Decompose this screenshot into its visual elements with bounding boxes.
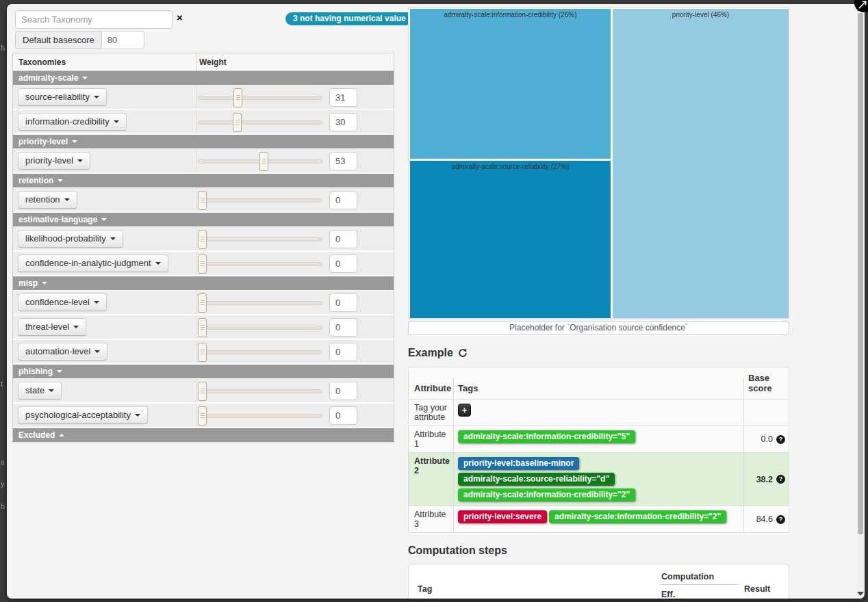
state-weight-slider[interactable] [198,389,322,393]
slider-thumb[interactable] [233,88,242,107]
slider-thumb[interactable] [259,152,268,171]
caret-down-icon [135,414,140,417]
tag-admiralty-scale-information-credibility-2-[interactable]: admiralty-scale:information-credibility=… [458,488,635,501]
treemap-block-admiralty-scale:information-credibility[interactable]: admiralty-scale:information-credibility … [410,9,611,159]
add-tag-button[interactable]: + [458,404,471,417]
dropdown-label: priority-level [25,155,73,166]
information-credibility-weight-input[interactable] [329,113,357,131]
slider-thumb[interactable] [198,254,207,274]
automation-level-weight-input[interactable] [329,343,357,361]
group-header-admiralty-scale[interactable]: admiralty-scale [13,71,394,86]
refresh-icon[interactable] [458,348,468,358]
tag-priority-level-baseline-minor[interactable]: priority-level:baseline-minor [458,457,579,470]
caret-down-icon [94,301,99,304]
group-header-Excluded[interactable]: Excluded [13,428,394,443]
information-credibility-dropdown-button[interactable]: information-credibility [18,113,127,131]
source-reliability-dropdown-button[interactable]: source-reliability [18,88,107,106]
base-score-value: 38.2 [756,475,773,484]
confidence-level-weight-input[interactable] [329,293,357,312]
source-reliability-weight-slider[interactable] [198,96,322,100]
question-circle-icon[interactable]: ? [776,435,785,444]
tag-admiralty-scale-source-reliability-d-[interactable]: admiralty-scale:source-reliability="d" [458,473,615,486]
example-score-cell: 84.6? [744,506,789,532]
slider-thumb[interactable] [198,382,207,401]
psychological-acceptability-dropdown-button[interactable]: psychological-acceptability [18,406,148,424]
slider-thumb[interactable] [198,343,207,362]
slider-thumb[interactable] [198,318,207,337]
example-attribute-label: Attribute 3 [409,506,454,532]
source-reliability-weight-input[interactable] [329,88,357,107]
slider-thumb[interactable] [198,230,207,249]
retention-weight-slider[interactable] [198,198,322,202]
automation-level-weight-slider[interactable] [198,350,322,354]
automation-level-dropdown-button[interactable]: automation-level [18,343,107,361]
tag-admiralty-scale-information-credibility-5-[interactable]: admiralty-scale:information-credibility=… [458,430,635,443]
confidence-in-analytic-judgment-dropdown-button[interactable]: confidence-in-analytic-judgment [18,254,168,272]
taxonomy-row: confidence-in-analytic-judgment [13,252,394,276]
slider-thumb[interactable] [233,113,242,132]
likelihood-probability-weight-slider[interactable] [198,237,322,241]
retention-dropdown-button[interactable]: retention [18,191,77,209]
example-row: Tag your attribute+ [409,400,789,426]
decaying-tool-modal: × 3 not having numerical value Default b… [7,4,865,599]
search-taxonomy-input[interactable] [15,10,173,29]
likelihood-probability-weight-input[interactable] [329,230,357,248]
treemap-block-priority-level[interactable]: priority-level (46%) [613,9,789,318]
threat-level-dropdown-button[interactable]: threat-level [18,318,86,336]
likelihood-probability-dropdown-button[interactable]: likelihood-probability [18,230,123,248]
group-header-phishing[interactable]: phishing [13,365,394,379]
priority-level-weight-input[interactable] [329,152,357,170]
weight-treemap-chart: admiralty-scale:information-credibility … [408,7,789,319]
caret-down-icon [77,159,83,162]
psychological-acceptability-weight-slider[interactable] [198,414,322,418]
group-label: priority-level [18,137,68,146]
scrollbar-down-arrow-icon[interactable] [857,592,864,596]
treemap-block-label: priority-level (46%) [613,11,789,18]
priority-level-dropdown-button[interactable]: priority-level [18,152,90,170]
dropdown-label: threat-level [25,322,69,332]
modal-scrollbar[interactable] [857,4,864,599]
example-score-cell: 0.0? [744,426,789,452]
threat-level-weight-slider[interactable] [198,326,322,330]
state-dropdown-button[interactable]: state [18,382,62,400]
group-header-misp[interactable]: misp [13,276,394,291]
caret-down-icon [101,218,107,221]
dropdown-label: retention [25,194,60,205]
group-label: retention [18,176,53,185]
group-header-priority-level[interactable]: priority-level [13,135,394,149]
slider-thumb[interactable] [198,293,207,313]
tag-admiralty-scale-information-credibility-2-[interactable]: admiralty-scale:information-credibility=… [549,510,726,523]
group-label: Excluded [18,430,55,440]
psychological-acceptability-weight-input[interactable] [329,406,357,425]
confidence-in-analytic-judgment-weight-input[interactable] [329,254,357,273]
treemap-block-admiralty-scale:source-reliability[interactable]: admiralty-scale:source-reliability (27%) [410,161,611,318]
example-row: Attribute 2priority-level:baseline-minor… [409,453,789,506]
caret-down-icon [64,198,70,201]
group-label: misp [18,278,38,288]
taxonomy-row: information-credibility [13,110,394,135]
base-score-value: 0.0 [761,434,773,444]
dropdown-label: state [25,385,44,395]
slider-thumb[interactable] [198,191,207,210]
retention-weight-input[interactable] [329,191,357,209]
org-source-confidence-placeholder: Placeholder for `Organisation source con… [408,321,789,335]
example-table: Attribute Tags Base score Tag your attri… [408,367,789,533]
default-basescore-group: Default basescore [15,31,144,49]
score-panel: admiralty-scale:information-credibility … [408,7,789,599]
threat-level-weight-input[interactable] [329,318,357,337]
confidence-level-weight-slider[interactable] [198,301,322,305]
dropdown-label: confidence-in-analytic-judgment [25,258,151,268]
question-circle-icon[interactable]: ? [776,475,785,484]
confidence-level-dropdown-button[interactable]: confidence-level [18,293,107,311]
group-header-estimative-language[interactable]: estimative-language [13,213,394,227]
default-basescore-input[interactable] [102,31,144,49]
state-weight-input[interactable] [329,382,357,400]
question-circle-icon[interactable]: ? [776,515,785,524]
slider-thumb[interactable] [198,406,207,426]
information-credibility-weight-slider[interactable] [198,120,322,125]
tag-priority-level-severe[interactable]: priority-level:severe [458,510,547,523]
scrollbar-thumb[interactable] [858,13,863,534]
confidence-in-analytic-judgment-weight-slider[interactable] [198,262,322,266]
group-header-retention[interactable]: retention [13,174,394,188]
clear-search-icon[interactable]: × [177,12,183,23]
